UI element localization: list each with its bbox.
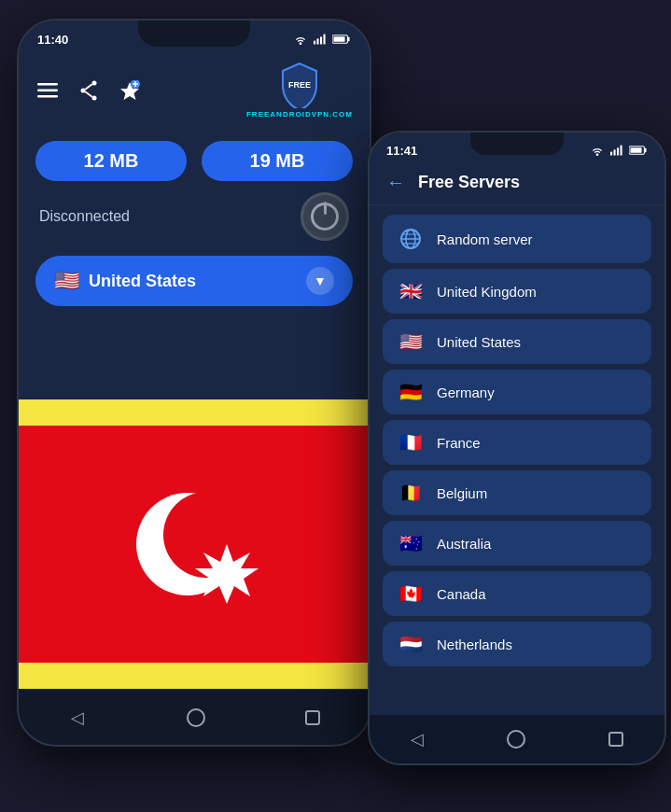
svg-rect-6: [333, 36, 344, 42]
yellow-stripe-top: [19, 399, 370, 426]
svg-line-14: [85, 91, 91, 96]
phone1-content: 12 MB 19 MB Disconnected 🇺🇸 United State…: [19, 126, 370, 321]
server-item[interactable]: 🇫🇷 France: [383, 420, 651, 465]
servers-list: Random server 🇬🇧 United Kingdom 🇺🇸 Unite…: [370, 205, 664, 676]
server-item[interactable]: 🇦🇺 Australia: [383, 521, 651, 566]
server-name: Canada: [437, 586, 486, 602]
server-flag-icon: 🇬🇧: [398, 280, 424, 302]
nav-home-button[interactable]: [187, 708, 205, 727]
logo-shield-icon: FREE: [279, 62, 320, 108]
svg-text:FREE: FREE: [288, 80, 311, 90]
svg-rect-24: [614, 149, 616, 155]
yellow-stripe-bottom: [19, 663, 370, 689]
phone1-time: 11:40: [37, 33, 68, 47]
server-flag-icon: 🇧🇪: [398, 482, 424, 504]
server-name: France: [437, 435, 481, 451]
server-flag-icon: 🇩🇪: [398, 381, 424, 403]
phone1-screen: 11:40: [19, 21, 370, 745]
server-name: United States: [437, 334, 521, 350]
phone2-navbar: ◁: [370, 715, 664, 763]
nav-back-button[interactable]: ◁: [411, 729, 424, 749]
mb-row: 12 MB 19 MB: [35, 141, 353, 181]
disconnected-text: Disconnected: [39, 208, 130, 225]
svg-rect-2: [320, 36, 322, 44]
nav-recent-button[interactable]: [608, 732, 623, 747]
server-name: Australia: [437, 536, 491, 552]
nav-recent-button[interactable]: [305, 710, 320, 725]
svg-rect-28: [644, 148, 646, 152]
server-item[interactable]: 🇧🇪 Belgium: [383, 470, 651, 515]
phone1-navbar: ◁: [19, 689, 370, 745]
server-flag-icon: 🇦🇺: [398, 532, 424, 554]
turkey-flag-body: [19, 426, 370, 663]
logo-area: FREE FREEANDROIDVPN.COM: [246, 62, 353, 119]
phone1-header: FREE FREEANDROIDVPN.COM: [19, 54, 370, 126]
server-item[interactable]: 🇺🇸 United States: [383, 319, 651, 364]
battery-icon: [332, 34, 351, 45]
server-flag-icon: 🇳🇱: [398, 633, 424, 655]
svg-point-10: [92, 80, 97, 85]
upload-badge: 19 MB: [202, 141, 353, 181]
svg-rect-26: [621, 145, 622, 155]
svg-rect-9: [37, 95, 58, 98]
country-flag: 🇺🇸: [54, 269, 79, 293]
server-item[interactable]: 🇨🇦 Canada: [383, 571, 651, 616]
server-item[interactable]: Random server: [383, 215, 651, 263]
svg-rect-0: [314, 40, 315, 44]
free-servers-title: Free Servers: [418, 173, 520, 192]
signal-icon: [314, 34, 327, 45]
download-badge: 12 MB: [35, 141, 187, 181]
nav-back-button[interactable]: ◁: [68, 708, 87, 727]
phone2-device: 11:41 ← Free Ser: [368, 131, 666, 765]
battery-icon: [629, 145, 648, 156]
server-item[interactable]: 🇳🇱 Netherlands: [383, 622, 651, 666]
svg-rect-1: [317, 38, 319, 44]
signal-icon: [610, 145, 623, 156]
svg-rect-3: [324, 34, 326, 44]
server-name: United Kingdom: [437, 284, 537, 300]
svg-rect-5: [347, 37, 349, 41]
phone2-time: 11:41: [386, 144, 417, 158]
svg-rect-8: [37, 89, 58, 91]
server-item[interactable]: 🇬🇧 United Kingdom: [383, 269, 651, 314]
power-icon: [311, 203, 339, 231]
server-name: Netherlands: [437, 637, 512, 652]
header-icons-left: [35, 78, 142, 103]
phone2-screen: 11:41 ← Free Ser: [370, 133, 664, 763]
nav-home-button[interactable]: [507, 730, 525, 749]
svg-line-13: [85, 84, 91, 89]
svg-rect-25: [617, 147, 619, 155]
menu-icon[interactable]: [35, 78, 60, 103]
turkey-flag-section: [19, 399, 370, 689]
svg-rect-7: [37, 83, 58, 86]
svg-rect-29: [630, 147, 641, 153]
svg-point-12: [92, 95, 97, 100]
svg-point-11: [81, 88, 86, 92]
globe-icon: [398, 226, 424, 252]
phone1-device: 11:40: [17, 19, 371, 747]
turkey-crescent-star: [124, 474, 264, 614]
server-name: Germany: [437, 385, 495, 400]
share-icon[interactable]: [77, 78, 101, 103]
back-button[interactable]: ←: [386, 172, 405, 193]
svg-rect-23: [610, 151, 612, 155]
wifi-icon: [293, 34, 308, 45]
disconnected-row: Disconnected: [35, 192, 353, 241]
power-button[interactable]: [301, 192, 349, 241]
server-flag-icon: 🇺🇸: [398, 330, 424, 353]
server-flag-icon: 🇨🇦: [398, 582, 424, 605]
phone1-status-icons: [293, 34, 351, 45]
server-name: Belgium: [437, 485, 487, 501]
phone1-notch: [138, 21, 250, 47]
country-selector[interactable]: 🇺🇸 United States ▼: [35, 256, 353, 306]
chevron-down-icon[interactable]: ▼: [306, 267, 334, 295]
server-item[interactable]: 🇩🇪 Germany: [383, 370, 651, 414]
logo-text: FREEANDROIDVPN.COM: [246, 110, 353, 119]
phone2-header: ← Free Servers: [370, 164, 664, 205]
favorites-icon[interactable]: [118, 78, 142, 103]
wifi-icon: [590, 145, 605, 156]
phone2-notch: [470, 133, 564, 155]
server-flag-icon: 🇫🇷: [398, 431, 424, 454]
server-name: Random server: [437, 231, 533, 247]
phone2-status-icons: [590, 145, 648, 156]
